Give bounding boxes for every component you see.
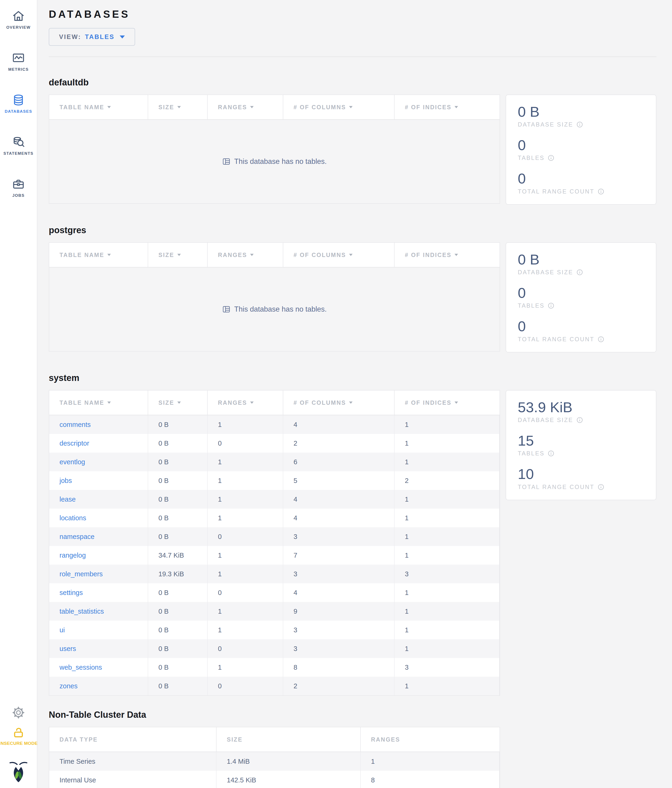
info-icon[interactable] [577, 269, 583, 275]
table-indices-value: 3 [395, 658, 499, 677]
sidebar-item-jobs[interactable]: JOBS [12, 177, 25, 198]
table-name-link[interactable]: role_members [60, 570, 103, 578]
stat-tables: 15 TABLES [518, 433, 647, 457]
column-header-size[interactable]: SIZE [148, 95, 208, 119]
database-tables-table: TABLE NAME SIZE RANGES # OF COLUMNS # OF… [49, 95, 500, 204]
column-header-ranges[interactable]: RANGES [208, 95, 283, 119]
column-header-columns[interactable]: # OF COLUMNS [283, 391, 395, 415]
table-row: lease 0 B 1 4 1 [49, 490, 499, 508]
sort-desc-icon [107, 254, 111, 256]
sidebar-item-label: STATEMENTS [3, 151, 33, 156]
table-ranges-value: 1 [208, 621, 283, 639]
table-name-link[interactable]: settings [60, 589, 83, 597]
statements-icon [12, 135, 25, 149]
table-name-link[interactable]: namespace [60, 533, 95, 540]
table-name-link[interactable]: web_sessions [60, 664, 102, 671]
table-name-link[interactable]: descriptor [60, 440, 89, 447]
sidebar-item-overview[interactable]: OVERVIEW [6, 10, 30, 30]
table-name-link[interactable]: users [60, 645, 76, 653]
column-header-size: SIZE [217, 727, 361, 751]
info-icon[interactable] [548, 450, 554, 456]
table-columns-value: 4 [283, 583, 395, 602]
insecure-mode-indicator[interactable]: INSECURE MODE [0, 726, 38, 746]
info-icon[interactable] [548, 155, 554, 161]
table-row: Time Series 1.4 MiB 1 [49, 752, 499, 771]
column-header-indices[interactable]: # OF INDICES [395, 95, 499, 119]
column-header-columns[interactable]: # OF COLUMNS [283, 95, 395, 119]
empty-state-message: This database has no tables. [234, 305, 326, 313]
non-table-data-table: DATA TYPE SIZE RANGES Time Series 1.4 Mi… [49, 727, 500, 788]
stat-label: TABLES [518, 302, 545, 309]
table-name-link[interactable]: eventlog [60, 458, 85, 466]
home-icon [12, 10, 25, 23]
sidebar-item-statements[interactable]: STATEMENTS [3, 135, 33, 156]
info-icon[interactable] [548, 302, 554, 309]
size-value: 1.4 MiB [217, 752, 361, 771]
database-name: defaultdb [49, 78, 656, 87]
info-icon[interactable] [598, 484, 604, 490]
sidebar-nav: OVERVIEW METRICS DATABASES [3, 10, 33, 219]
database-stats-card: 0 B DATABASE SIZE 0 TABLES 0 TOTAL RANGE… [506, 242, 656, 353]
table-name-link[interactable]: lease [60, 496, 76, 503]
page-title: DATABASES [49, 8, 656, 20]
stat-value: 0 B [518, 104, 647, 120]
table-columns-value: 3 [283, 565, 395, 583]
table-name-link[interactable]: locations [60, 514, 86, 522]
info-icon[interactable] [598, 336, 604, 342]
view-dropdown[interactable]: VIEW: TABLES [49, 28, 135, 46]
insecure-mode-label: INSECURE MODE [0, 741, 38, 746]
table-columns-value: 6 [283, 453, 395, 471]
column-header-ranges[interactable]: RANGES [208, 391, 283, 415]
table-size-value: 0 B [148, 639, 208, 658]
column-header-ranges[interactable]: RANGES [208, 243, 283, 267]
stat-value: 0 B [518, 252, 647, 267]
table-size-value: 0 B [148, 508, 208, 527]
info-icon[interactable] [598, 188, 604, 195]
column-header-table-name[interactable]: TABLE NAME [49, 243, 148, 267]
table-name-link[interactable]: jobs [60, 477, 72, 485]
table-size-value: 0 B [148, 583, 208, 602]
info-icon[interactable] [577, 121, 583, 128]
sidebar-item-label: OVERVIEW [6, 25, 30, 30]
table-row: eventlog 0 B 1 6 1 [49, 453, 499, 471]
stat-total-range-count: 10 TOTAL RANGE COUNT [518, 466, 647, 490]
table-icon [222, 305, 231, 313]
table-columns-value: 4 [283, 415, 395, 434]
table-indices-value: 1 [395, 621, 499, 639]
empty-state-message: This database has no tables. [234, 157, 326, 166]
settings-gear-icon[interactable] [12, 706, 25, 720]
table-row: jobs 0 B 1 5 2 [49, 471, 499, 490]
table-name-link[interactable]: zones [60, 682, 78, 690]
sidebar-item-metrics[interactable]: METRICS [8, 51, 29, 72]
divider [49, 57, 656, 57]
table-ranges-value: 1 [208, 546, 283, 565]
stat-database-size: 0 B DATABASE SIZE [518, 104, 647, 128]
table-ranges-value: 0 [208, 677, 283, 695]
column-header-size[interactable]: SIZE [148, 391, 208, 415]
column-header-indices[interactable]: # OF INDICES [395, 243, 499, 267]
table-name-link[interactable]: ui [60, 626, 65, 634]
table-columns-value: 2 [283, 434, 395, 453]
table-name-link[interactable]: comments [60, 421, 91, 429]
sidebar-item-databases[interactable]: DATABASES [5, 93, 32, 114]
table-name-link[interactable]: rangelog [60, 551, 86, 559]
sort-desc-icon [349, 106, 353, 108]
table-ranges-value: 1 [208, 471, 283, 490]
stat-tables: 0 TABLES [518, 137, 647, 161]
column-header-columns[interactable]: # OF COLUMNS [283, 243, 395, 267]
ranges-value: 8 [361, 771, 499, 788]
table-indices-value: 1 [395, 602, 499, 621]
table-name-link[interactable]: table_statistics [60, 608, 104, 615]
column-header-indices[interactable]: # OF INDICES [395, 391, 499, 415]
main-content: DATABASES VIEW: TABLES defaultdb TABLE N… [37, 0, 672, 788]
column-header-size[interactable]: SIZE [148, 243, 208, 267]
table-columns-value: 4 [283, 490, 395, 508]
info-icon[interactable] [577, 417, 583, 423]
table-row: locations 0 B 1 4 1 [49, 508, 499, 527]
table-columns-value: 7 [283, 546, 395, 565]
column-header-table-name[interactable]: TABLE NAME [49, 95, 148, 119]
column-header-table-name[interactable]: TABLE NAME [49, 391, 148, 415]
chevron-down-icon [120, 35, 125, 38]
table-row: ui 0 B 1 3 1 [49, 621, 499, 639]
sort-desc-icon [250, 254, 254, 256]
